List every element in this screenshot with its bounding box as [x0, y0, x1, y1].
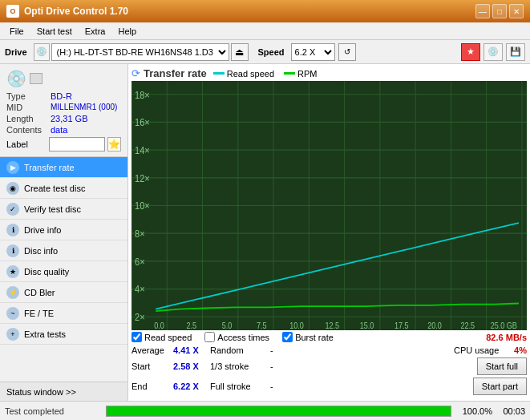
menu-file[interactable]: File	[3, 25, 30, 38]
nav-verify-test-disc-label: Verify test disc	[24, 204, 81, 214]
maximize-button[interactable]: □	[492, 4, 507, 18]
burst-rate-value: 82.6 MB/s	[486, 333, 527, 342]
cpu-value: 4%	[514, 345, 527, 355]
chart-header: ⟳ Transfer rate Read speed RPM	[131, 67, 527, 79]
stats-row-average: Average 4.41 X Random - CPU usage 4%	[131, 345, 527, 355]
create-test-disc-icon: ◉	[6, 182, 19, 195]
status-window-button[interactable]: Status window >>	[0, 382, 127, 401]
sidebar: 💿 Type BD-R MID MILLENMR1 (000) Length 2…	[0, 64, 128, 401]
transfer-rate-icon: ▶	[6, 161, 19, 174]
contents-value[interactable]: data	[51, 125, 67, 135]
svg-text:0.0: 0.0	[154, 321, 164, 330]
nav-disc-info-label: Disc info	[24, 246, 58, 256]
svg-text:12×: 12×	[135, 172, 150, 184]
elapsed-time: 00:03	[497, 406, 525, 416]
nav-cd-bler-label: CD Bler	[24, 288, 55, 297]
fe-te-icon: ~	[6, 307, 19, 320]
refresh-button[interactable]: ↺	[338, 43, 356, 61]
disc-quality-icon: ★	[6, 265, 19, 278]
sidebar-nav: ▶ Transfer rate ◉ Create test disc ✓ Ver…	[0, 157, 127, 382]
svg-text:6×: 6×	[135, 256, 145, 268]
end-right-value: -	[270, 382, 294, 391]
stats-row-end: End 6.22 X Full stroke - Start part	[131, 378, 527, 395]
svg-text:25.0 GB: 25.0 GB	[491, 321, 518, 330]
chart-svg: 18× 16× 14× 12× 10× 8× 6× 4× 2× 0.0 2.5 …	[131, 81, 527, 330]
drive-info-icon: ℹ	[6, 224, 19, 236]
svg-text:16×: 16×	[135, 116, 150, 128]
progress-percent: 100.0%	[456, 406, 492, 416]
chart-footer: Read speed Access times Burst rate 82.6 …	[131, 332, 527, 398]
chart-legend: Read speed RPM	[213, 69, 318, 79]
nav-cd-bler[interactable]: ⚡ CD Bler	[0, 282, 127, 303]
svg-text:2.5: 2.5	[186, 321, 196, 330]
nav-verify-test-disc[interactable]: ✓ Verify test disc	[0, 199, 127, 220]
svg-text:17.5: 17.5	[394, 321, 409, 330]
cb-access-times[interactable]: Access times	[204, 332, 269, 342]
status-text: Test completed	[5, 406, 101, 416]
speed-label: Speed	[258, 47, 285, 57]
menu-extra[interactable]: Extra	[79, 25, 112, 38]
nav-transfer-rate[interactable]: ▶ Transfer rate	[0, 157, 127, 178]
status-bar: Test completed 100.0% 00:03	[0, 401, 530, 420]
disc-info-panel: 💿 Type BD-R MID MILLENMR1 (000) Length 2…	[0, 64, 127, 157]
settings-icon[interactable]: ★	[461, 43, 480, 61]
nav-fe-te-label: FE / TE	[24, 309, 54, 318]
start-right-value: -	[270, 361, 294, 371]
cb-access-times-input[interactable]	[204, 332, 215, 342]
legend-read-speed: Read speed	[213, 69, 274, 79]
menu-help[interactable]: Help	[111, 25, 143, 38]
start-full-button[interactable]: Start full	[477, 357, 527, 375]
length-value: 23,31 GB	[51, 114, 87, 123]
end-right-label: Full stroke	[210, 382, 270, 391]
save-button[interactable]: 💾	[506, 43, 525, 61]
svg-text:18×: 18×	[135, 89, 150, 101]
speed-select[interactable]: 6.2 X	[291, 43, 335, 61]
svg-text:2×: 2×	[135, 311, 145, 323]
eject-button[interactable]: ⏏	[231, 43, 249, 61]
nav-disc-info[interactable]: ℹ Disc info	[0, 240, 127, 261]
app-title: Opti Drive Control 1.70	[24, 6, 473, 17]
nav-create-test-disc[interactable]: ◉ Create test disc	[0, 178, 127, 199]
nav-disc-quality-label: Disc quality	[24, 267, 69, 277]
stats-row-start: Start 2.58 X 1/3 stroke - Start full	[131, 357, 527, 375]
label-label: Label	[6, 139, 49, 149]
disc-icon-btn[interactable]: 💿	[483, 43, 503, 61]
nav-drive-info[interactable]: ℹ Drive info	[0, 220, 127, 240]
cb-read-speed[interactable]: Read speed	[131, 332, 192, 342]
drive-select[interactable]: (H:) HL-DT-ST BD-RE WH16NS48 1.D3	[51, 43, 229, 61]
nav-disc-quality[interactable]: ★ Disc quality	[0, 261, 127, 282]
start-part-button[interactable]: Start part	[473, 378, 527, 395]
svg-text:20.0: 20.0	[427, 321, 442, 330]
legend-rpm: RPM	[284, 69, 317, 79]
chart-title-icon: ⟳	[131, 67, 140, 79]
progress-bar	[106, 406, 451, 417]
close-button[interactable]: ✕	[509, 4, 524, 18]
avg-value: 4.41 X	[173, 345, 210, 355]
nav-extra-tests[interactable]: + Extra tests	[0, 324, 127, 345]
start-value: 2.58 X	[173, 361, 210, 371]
disc-info-icon: ℹ	[6, 244, 19, 257]
disc-action-icon[interactable]	[30, 73, 42, 84]
chart-container: 18× 16× 14× 12× 10× 8× 6× 4× 2× 0.0 2.5 …	[131, 81, 527, 330]
nav-drive-info-label: Drive info	[24, 225, 61, 235]
cpu-label: CPU usage	[454, 345, 514, 355]
drive-toolbar: Drive 💿 (H:) HL-DT-ST BD-RE WH16NS48 1.D…	[0, 40, 530, 64]
type-label: Type	[6, 91, 51, 101]
cb-burst-rate[interactable]: Burst rate	[282, 332, 334, 342]
minimize-button[interactable]: —	[475, 4, 490, 18]
stats-section: Average 4.41 X Random - CPU usage 4% Sta…	[131, 345, 527, 395]
svg-text:14×: 14×	[135, 144, 150, 156]
label-input[interactable]	[49, 137, 105, 151]
chart-area: ⟳ Transfer rate Read speed RPM	[128, 64, 530, 401]
nav-fe-te[interactable]: ~ FE / TE	[0, 303, 127, 324]
svg-text:15.0: 15.0	[360, 321, 374, 330]
svg-text:10.0: 10.0	[289, 321, 304, 330]
cb-read-speed-input[interactable]	[131, 332, 142, 342]
label-save-button[interactable]: ⭐	[107, 137, 121, 151]
contents-label: Contents	[6, 125, 51, 135]
avg-right-label: Random	[210, 345, 270, 355]
menu-start-test[interactable]: Start test	[30, 25, 79, 38]
cb-burst-rate-input[interactable]	[282, 332, 293, 342]
nav-extra-tests-label: Extra tests	[24, 329, 66, 339]
svg-text:5.0: 5.0	[222, 321, 233, 330]
